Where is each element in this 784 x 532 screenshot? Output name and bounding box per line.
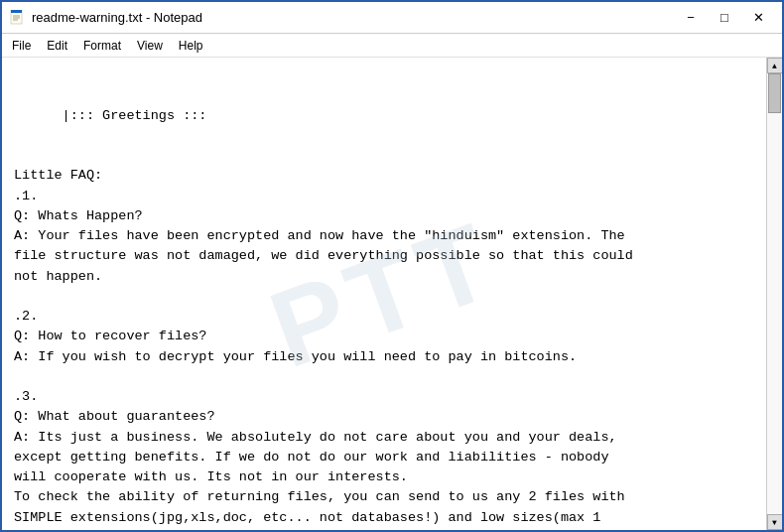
window-controls: − □ ✕ [675, 7, 774, 29]
menu-format[interactable]: Format [77, 37, 127, 55]
close-button[interactable]: ✕ [742, 7, 774, 29]
content-area: PTT |::: Greetings ::: Little FAQ: .1. Q… [2, 58, 782, 530]
notepad-window: readme-warning.txt - Notepad − □ ✕ File … [0, 0, 784, 532]
text-editor[interactable]: PTT |::: Greetings ::: Little FAQ: .1. Q… [2, 58, 766, 530]
title-bar: readme-warning.txt - Notepad − □ ✕ [2, 2, 782, 34]
document-text: |::: Greetings ::: Little FAQ: .1. Q: Wh… [14, 108, 633, 531]
minimize-button[interactable]: − [675, 7, 707, 29]
menu-file[interactable]: File [6, 37, 37, 55]
scroll-thumb[interactable] [768, 73, 781, 113]
window-title: readme-warning.txt - Notepad [32, 10, 202, 25]
svg-rect-1 [11, 10, 22, 13]
menu-bar: File Edit Format View Help [2, 34, 782, 58]
menu-help[interactable]: Help [173, 37, 209, 55]
scroll-down-arrow[interactable]: ▼ [767, 514, 783, 530]
title-bar-left: readme-warning.txt - Notepad [10, 10, 202, 26]
watermark: PTT [248, 178, 520, 410]
menu-edit[interactable]: Edit [41, 37, 73, 55]
menu-view[interactable]: View [131, 37, 169, 55]
scroll-track[interactable] [767, 73, 782, 514]
scroll-up-arrow[interactable]: ▲ [767, 58, 783, 73]
notepad-icon [10, 10, 26, 26]
scrollbar-vertical[interactable]: ▲ ▼ [766, 58, 782, 530]
maximize-button[interactable]: □ [709, 7, 740, 29]
